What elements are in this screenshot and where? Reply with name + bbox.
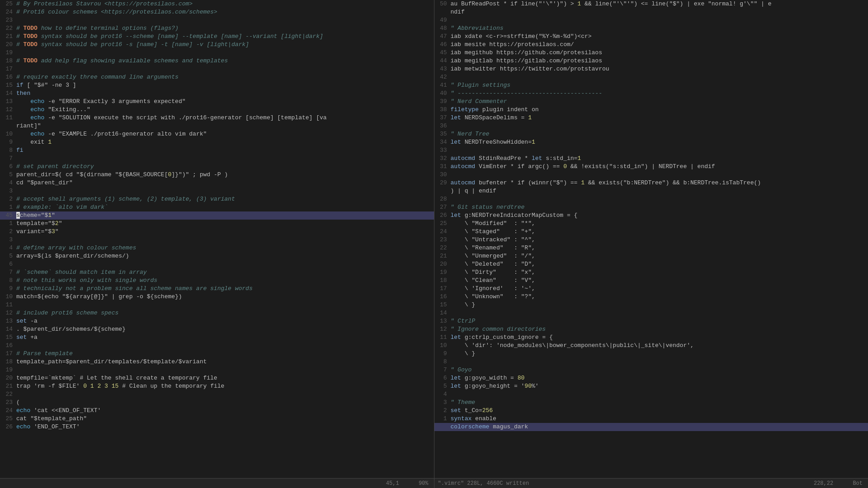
code-line: 30 bbox=[434, 171, 868, 179]
code-line: 18# TODO add help flag showing available… bbox=[0, 57, 434, 65]
line-content: \ "Renamed" : "R", bbox=[451, 244, 868, 252]
code-line: 3 bbox=[0, 236, 434, 244]
line-number: 13 bbox=[0, 317, 16, 325]
line-content: iab xdate <c-r>=strftime("%Y-%m-%d")<cr> bbox=[451, 33, 868, 41]
line-number: 43 bbox=[434, 65, 451, 73]
code-line: 2# accept shell arguments (1) scheme, (2… bbox=[0, 195, 434, 203]
line-content: # accept shell arguments (1) scheme, (2)… bbox=[16, 195, 434, 203]
line-content: " Nerd Commenter bbox=[451, 98, 868, 106]
line-content: riant]" bbox=[16, 122, 434, 130]
code-line: 21 \ "Unmerged" : "/", bbox=[434, 252, 868, 260]
line-number: 38 bbox=[434, 106, 451, 114]
line-content: parent_dir=$( cd "$(dirname "${BASH_SOUR… bbox=[16, 171, 434, 179]
line-number: 10 bbox=[434, 342, 451, 350]
line-number: 20 bbox=[0, 374, 16, 382]
right-pane: 50au BufReadPost * if line("'\"')") > 1 … bbox=[434, 0, 868, 488]
line-content bbox=[451, 73, 868, 81]
code-line: 24 \ "Staged" : "+", bbox=[434, 228, 868, 236]
line-content bbox=[16, 49, 434, 57]
line-content: tempfile=`mktemp` # Let the shell create… bbox=[16, 374, 434, 382]
code-line: 10 \ 'dir': 'node_modules\|bower_compone… bbox=[434, 342, 868, 350]
line-number: 7 bbox=[0, 268, 16, 277]
code-line: 29autocmd bufenter * if (winnr("$") == 1… bbox=[434, 179, 868, 187]
code-line: 3 bbox=[0, 187, 434, 195]
line-content: \ "Dirty" : "x", bbox=[451, 268, 868, 277]
code-line: 45scheme="$1" bbox=[0, 211, 434, 220]
left-code-area[interactable]: 25# By Protesilaos Stavrou <https://prot… bbox=[0, 0, 434, 478]
line-content bbox=[451, 171, 868, 179]
left-percent: 90% bbox=[419, 480, 429, 487]
code-line: riant]" bbox=[0, 122, 434, 130]
code-line: 5parent_dir=$( cd "$(dirname "${BASH_SOU… bbox=[0, 171, 434, 179]
line-content: echo -e "SOLUTION execute the script wit… bbox=[16, 114, 434, 122]
line-content: autocmd VimEnter * if argc() == 0 && !ex… bbox=[451, 163, 868, 171]
line-number: 8 bbox=[0, 277, 16, 285]
line-content bbox=[16, 260, 434, 268]
line-content bbox=[16, 187, 434, 195]
line-number: 44 bbox=[434, 57, 451, 65]
line-number: 37 bbox=[434, 114, 451, 122]
line-content: \ "Clean" : "V", bbox=[451, 277, 868, 285]
line-number: 17 bbox=[0, 350, 16, 358]
code-line: 47iab xdate <c-r>=strftime("%Y-%m-%d")<c… bbox=[434, 33, 868, 41]
line-content: # TODO syntax should be prot16 -s [name]… bbox=[16, 41, 434, 49]
line-content: set -a bbox=[16, 317, 434, 325]
line-number: 25 bbox=[0, 415, 16, 423]
right-cmdline: ".vimrc" 228L, 4660C written bbox=[438, 480, 529, 487]
line-number: 9 bbox=[434, 350, 451, 358]
line-number bbox=[434, 423, 451, 431]
line-number: 26 bbox=[434, 211, 451, 220]
line-content: autocmd bufenter * if (winnr("$") == 1 &… bbox=[451, 179, 868, 187]
line-content: let g:goyo_height = '90%' bbox=[451, 382, 868, 390]
line-number: 15 bbox=[434, 301, 451, 309]
code-line: 49 bbox=[434, 16, 868, 24]
line-number: 22 bbox=[0, 390, 16, 399]
line-content bbox=[16, 366, 434, 374]
line-number: 5 bbox=[434, 382, 451, 390]
line-number: 13 bbox=[434, 317, 451, 325]
line-content: # require exactly three command line arg… bbox=[16, 73, 434, 81]
code-line: 15 \ } bbox=[434, 301, 868, 309]
code-line: 8# note this works only with single word… bbox=[0, 277, 434, 285]
line-number: 24 bbox=[0, 407, 16, 415]
code-line: 7# `scheme` should match item in array bbox=[0, 268, 434, 277]
line-content: match=$(echo "${array[@]}" | grep -o ${s… bbox=[16, 293, 434, 301]
code-line: 23 bbox=[0, 16, 434, 24]
line-content: # set parent directory bbox=[16, 163, 434, 171]
line-content bbox=[16, 301, 434, 309]
code-line: 17 \ 'Ignored' : '~', bbox=[434, 285, 868, 293]
code-line: 21trap 'rm -f $FILE' 0 1 2 3 15 # Clean … bbox=[0, 382, 434, 390]
line-number bbox=[434, 8, 451, 16]
line-content bbox=[451, 122, 868, 130]
line-number: 8 bbox=[434, 358, 451, 366]
line-number: 4 bbox=[434, 390, 451, 399]
line-content: autocmd StdinReadPre * let s:std_in=1 bbox=[451, 155, 868, 163]
code-line: 25# By Protesilaos Stavrou <https://prot… bbox=[0, 0, 434, 8]
line-content bbox=[451, 309, 868, 317]
right-code-area[interactable]: 50au BufReadPost * if line("'\"')") > 1 … bbox=[434, 0, 868, 478]
code-line: 28 bbox=[434, 195, 868, 203]
code-line: 37let NERDSpaceDelims = 1 bbox=[434, 114, 868, 122]
code-line: 22 \ "Renamed" : "R", bbox=[434, 244, 868, 252]
line-content: # Prot16 colour schemes <https://protesi… bbox=[16, 8, 434, 16]
line-number: 17 bbox=[434, 285, 451, 293]
line-content: \ "Staged" : "+", bbox=[451, 228, 868, 236]
line-number: 25 bbox=[434, 220, 451, 228]
line-number: 36 bbox=[434, 122, 451, 130]
line-content: # Parse template bbox=[16, 350, 434, 358]
line-content: trap 'rm -f $FILE' 0 1 2 3 15 # Clean up… bbox=[16, 382, 434, 390]
line-number: 23 bbox=[0, 16, 16, 24]
line-content: au BufReadPost * if line("'\"')") > 1 &&… bbox=[451, 0, 868, 8]
code-line: 19 bbox=[0, 49, 434, 57]
line-number: 1 bbox=[434, 415, 451, 423]
code-line: 19 bbox=[0, 366, 434, 374]
line-number: 39 bbox=[434, 98, 451, 106]
code-line: 16 \ "Unknown" : "?", bbox=[434, 293, 868, 301]
line-number: 1 bbox=[0, 220, 16, 228]
line-content: let g:goyo_width = 80 bbox=[451, 374, 868, 382]
code-line: 26echo 'END_OF_TEXT' bbox=[0, 423, 434, 431]
line-content: template_path=$parent_dir/templates/$tem… bbox=[16, 358, 434, 366]
line-number: 9 bbox=[0, 285, 16, 293]
line-number: 46 bbox=[434, 41, 451, 49]
line-number: 31 bbox=[434, 163, 451, 171]
